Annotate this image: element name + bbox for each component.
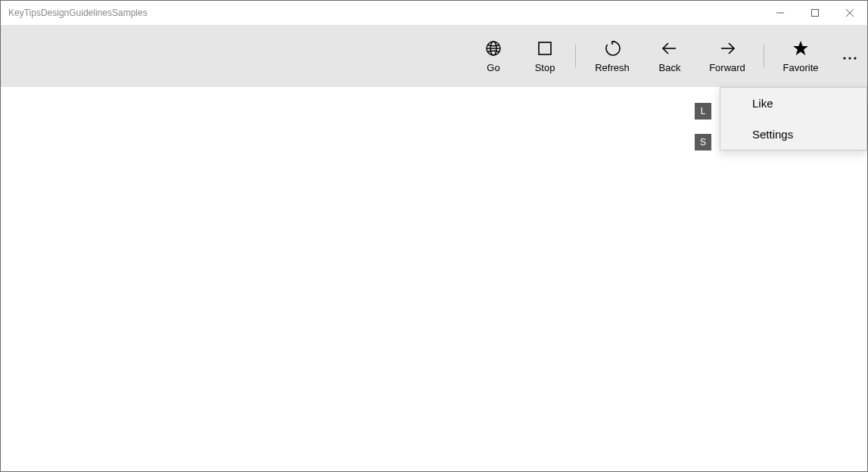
favorite-button[interactable]: Favorite [769, 25, 832, 87]
keytip-settings: S [695, 134, 711, 151]
close-button[interactable] [832, 1, 867, 25]
command-bar: Go Stop Refresh [1, 25, 867, 87]
svg-rect-1 [812, 10, 819, 17]
titlebar: KeyTipsDesignGuidelinesSamples [1, 1, 867, 25]
refresh-label: Refresh [595, 62, 630, 73]
more-icon [843, 49, 857, 63]
arrow-right-icon [718, 39, 736, 57]
menu-item-settings[interactable]: Settings [720, 119, 866, 150]
svg-point-13 [854, 57, 856, 59]
star-icon [792, 39, 810, 57]
favorite-label: Favorite [783, 62, 819, 73]
go-label: Go [487, 62, 499, 73]
svg-rect-7 [539, 42, 551, 54]
go-button[interactable]: Go [468, 25, 519, 87]
back-label: Back [659, 62, 681, 73]
menu-like-label: Like [752, 97, 773, 110]
minimize-button[interactable] [763, 1, 798, 25]
separator [764, 45, 764, 67]
menu-item-like[interactable]: Like [720, 88, 866, 119]
arrow-left-icon [661, 39, 679, 57]
stop-button[interactable]: Stop [519, 25, 571, 87]
refresh-icon [603, 39, 621, 57]
more-button[interactable] [832, 25, 867, 87]
svg-point-12 [848, 57, 851, 59]
window-title: KeyTipsDesignGuidelinesSamples [8, 8, 148, 18]
stop-label: Stop [535, 62, 555, 73]
stop-icon [536, 39, 554, 57]
separator [575, 45, 576, 67]
menu-settings-label: Settings [752, 128, 793, 141]
svg-point-11 [843, 57, 845, 59]
forward-label: Forward [709, 62, 745, 73]
maximize-button[interactable] [798, 1, 832, 25]
titlebar-buttons [763, 1, 867, 25]
back-button[interactable]: Back [644, 25, 695, 87]
forward-button[interactable]: Forward [695, 25, 759, 87]
svg-marker-10 [793, 41, 808, 55]
refresh-button[interactable]: Refresh [580, 25, 644, 87]
overflow-menu: Like Settings [720, 87, 867, 151]
keytip-like: L [695, 103, 711, 120]
globe-icon [484, 39, 502, 57]
window-frame: KeyTipsDesignGuidelinesSamples [0, 0, 868, 472]
